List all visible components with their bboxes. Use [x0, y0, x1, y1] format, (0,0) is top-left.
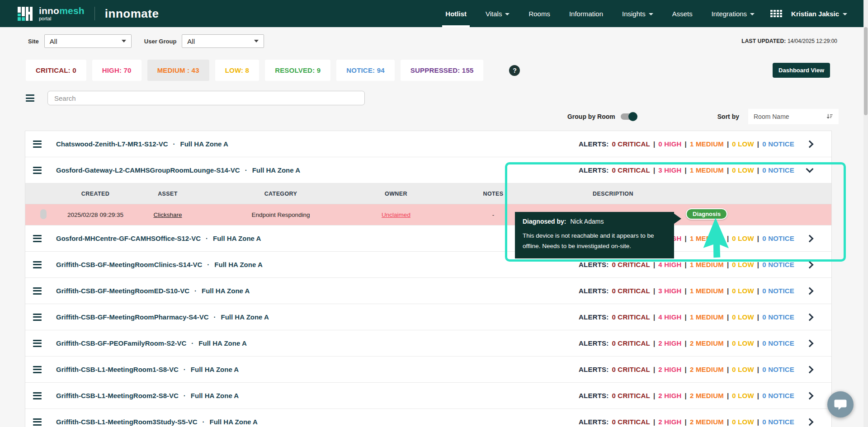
asset-link[interactable]: Clickshare: [153, 211, 182, 218]
row-menu-icon[interactable]: [32, 418, 42, 427]
help-icon[interactable]: ?: [509, 65, 520, 76]
chevron-right-icon[interactable]: [806, 261, 814, 268]
room-zone: Full HA Zone A: [191, 366, 239, 373]
nav-item-integrations[interactable]: Integrations: [702, 0, 764, 27]
tooltip-body: This device is not reachable and it appe…: [523, 231, 666, 252]
row-menu-icon[interactable]: [32, 286, 42, 296]
name-separator: ·: [214, 313, 216, 321]
status-pill-critical[interactable]: CRITICAL: 0: [26, 60, 86, 81]
alerts-count-high: 2 HIGH: [658, 366, 681, 373]
nav-item-information[interactable]: Information: [560, 0, 613, 27]
menu-icon[interactable]: [25, 94, 35, 103]
alerts-separator: |: [653, 261, 655, 268]
nav-item-assets[interactable]: Assets: [663, 0, 702, 27]
room-row[interactable]: Chatswood-Zenith-L7-MR1-S12-VC·Full HA Z…: [25, 131, 831, 157]
scrollbar-track[interactable]: [863, 0, 868, 427]
room-zone: Full HA Zone A: [214, 261, 262, 268]
row-menu-icon[interactable]: [32, 339, 42, 348]
column-header-owner: OWNER: [355, 191, 437, 197]
alerts-summary: ALERTS:0 CRITICAL|2 HIGH|2 MEDIUM|0 LOW|…: [579, 339, 794, 347]
diagnosis-tooltip: Diagnosed by:Nick Adams This device is n…: [515, 212, 674, 258]
user-group-select[interactable]: All: [182, 34, 264, 48]
chevron-right-icon[interactable]: [806, 366, 814, 373]
user-menu[interactable]: Kristian Jaksic: [791, 0, 847, 27]
group-by-room-toggle[interactable]: [621, 113, 636, 120]
status-pill-medium[interactable]: MEDIUM : 43: [147, 60, 209, 81]
chevron-right-icon[interactable]: [806, 287, 814, 295]
alerts-count-low: 0 LOW: [732, 339, 754, 347]
chevron-right-icon[interactable]: [806, 313, 814, 321]
chevron-right-icon[interactable]: [806, 418, 814, 426]
alerts-separator: |: [727, 261, 729, 268]
nav-item-insights[interactable]: Insights: [613, 0, 663, 27]
nav-item-hotlist[interactable]: Hotlist: [436, 0, 476, 27]
innomesh-logo[interactable]: innomesh portal: [17, 0, 85, 27]
room-row[interactable]: Griffith-CSB-GF-MeetingRoomPharmacy-S4-V…: [25, 304, 831, 330]
owner-link[interactable]: Unclaimed: [382, 211, 410, 218]
alerts-count-low: 0 LOW: [732, 287, 754, 295]
dashboard-view-button[interactable]: Dashboard View: [773, 63, 830, 78]
row-menu-icon[interactable]: [32, 313, 42, 322]
name-separator: ·: [191, 339, 193, 347]
alerts-prefix: ALERTS:: [579, 287, 609, 295]
status-pill-low[interactable]: LOW: 8: [215, 60, 259, 81]
room-row[interactable]: Gosford-Gateway-L2-CAMHSGroupRoomLounge-…: [25, 157, 831, 183]
row-menu-icon[interactable]: [32, 166, 42, 175]
nav-item-rooms[interactable]: Rooms: [519, 0, 560, 27]
row-menu-icon[interactable]: [32, 391, 42, 400]
alerts-summary: ALERTS:0 CRITICAL|4 HIGH|1 MEDIUM|0 LOW|…: [579, 313, 794, 321]
apps-grid-icon[interactable]: [770, 10, 782, 17]
sort-select[interactable]: Room Name: [748, 109, 839, 124]
status-pills: CRITICAL: 0HIGH: 70MEDIUM : 43LOW: 8RESO…: [26, 60, 489, 81]
chevron-down-icon: [122, 40, 126, 42]
alerts-count-critical: 0 CRITICAL: [612, 339, 650, 347]
alerts-count-high: 4 HIGH: [658, 313, 681, 321]
alerts-count-medium: 1 MEDIUM: [690, 287, 724, 295]
row-checkbox[interactable]: [40, 209, 47, 219]
search-input[interactable]: [47, 91, 365, 105]
status-pill-resolved[interactable]: RESOLVED: 9: [265, 60, 330, 81]
status-pill-high[interactable]: HIGH: 70: [92, 60, 142, 81]
chevron-right-icon[interactable]: [806, 235, 814, 242]
scrollbar-thumb[interactable]: [864, 27, 868, 115]
room-name: Griffith-CSB-L1-MeetingRoom1-S8-VC: [56, 366, 179, 373]
product-name: innomate: [105, 0, 159, 27]
chevron-right-icon[interactable]: [806, 392, 814, 399]
room-row[interactable]: Griffith-CSB-GF-MeetingRoomED-S10-VC·Ful…: [25, 278, 831, 304]
alerts-prefix: ALERTS:: [579, 166, 609, 174]
alerts-separator: |: [685, 339, 687, 347]
room-name: Griffith-CSB-GF-MeetingRoomED-S10-VC: [56, 287, 189, 295]
row-menu-icon[interactable]: [32, 140, 42, 149]
name-separator: ·: [206, 235, 208, 242]
chevron-right-icon[interactable]: [806, 339, 814, 347]
chevron-down-icon[interactable]: [806, 165, 814, 173]
alerts-count-high: 3 HIGH: [658, 287, 681, 295]
room-row[interactable]: Griffith-CSB-GF-PEOFamilyRoom-S2-VC·Full…: [25, 330, 831, 357]
user-group-select-value: All: [187, 38, 195, 45]
column-header-description: DESCRIPTION: [550, 191, 676, 197]
diagnosis-badge[interactable]: Diagnosis: [686, 208, 727, 220]
row-menu-icon[interactable]: [32, 365, 42, 374]
alerts-separator: |: [653, 392, 655, 399]
room-title: Gosford-MHCentre-GF-CAMHSOffice-S12-VC·F…: [56, 235, 261, 242]
site-select[interactable]: All: [44, 34, 132, 48]
alerts-separator: |: [653, 166, 655, 174]
status-pill-suppressed[interactable]: SUPPRESSED: 155: [401, 60, 484, 81]
room-row[interactable]: Griffith-CSB-L1-MeetingRoom3Study-S5-VC·…: [25, 409, 831, 427]
site-label: Site: [28, 38, 39, 45]
chat-widget-button[interactable]: [827, 391, 854, 418]
controls-row: Group by Room Sort by Room Name: [0, 105, 868, 124]
chevron-right-icon[interactable]: [806, 140, 814, 148]
filters-row: Site All User Group All LAST UPDATED: 14…: [0, 27, 868, 48]
room-row[interactable]: Griffith-CSB-L1-MeetingRoom2-S8-VC·Full …: [25, 383, 831, 409]
row-menu-icon[interactable]: [32, 234, 42, 243]
alerts-summary: ALERTS:0 CRITICAL|0 HIGH|1 MEDIUM|0 LOW|…: [579, 140, 794, 148]
status-pill-notice[interactable]: NOTICE: 94: [336, 60, 395, 81]
alerts-count-critical: 0 CRITICAL: [612, 313, 650, 321]
alerts-count-high: 4 HIGH: [658, 261, 681, 268]
alerts-count-medium: 1 MEDIUM: [690, 140, 724, 148]
row-menu-icon[interactable]: [32, 260, 42, 269]
name-separator: ·: [207, 261, 209, 268]
nav-item-vitals[interactable]: Vitals: [476, 0, 519, 27]
room-row[interactable]: Griffith-CSB-L1-MeetingRoom1-S8-VC·Full …: [25, 357, 831, 383]
